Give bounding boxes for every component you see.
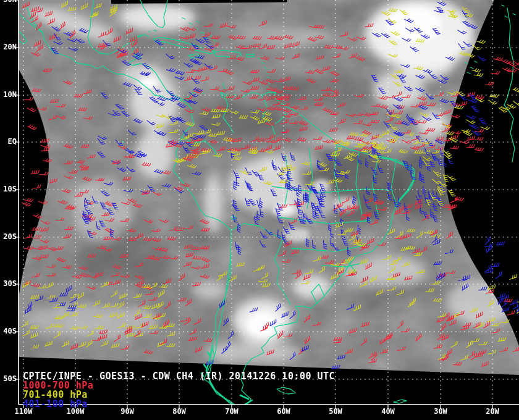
lon-label-40W: 40W: [376, 408, 400, 415]
satellite-wind-map: CPTEC/INPE - GOES13 - CDW CH4 (IR) 20141…: [0, 0, 519, 420]
lon-label-60W: 60W: [271, 408, 296, 415]
lon-label-30W: 30W: [428, 408, 453, 415]
lat-label-EQ: EQ: [0, 138, 17, 145]
lat-label-20N: 20N: [0, 43, 17, 51]
lon-label-110W: 110W: [11, 408, 36, 415]
lon-label-100W: 100W: [63, 408, 88, 415]
lat-label-10N: 10N: [0, 91, 17, 98]
lon-label-70W: 70W: [219, 408, 244, 415]
lon-label-20W: 20W: [480, 408, 505, 415]
lat-label-30N: 30N: [0, 0, 17, 3]
lat-label-10S: 10S: [0, 185, 17, 193]
map-canvas: [0, 0, 519, 420]
lat-label-50S: 50S: [0, 375, 17, 382]
lon-label-90W: 90W: [115, 408, 140, 415]
lon-label-50W: 50W: [323, 408, 348, 415]
lat-label-40S: 40S: [0, 327, 17, 335]
lat-label-30S: 30S: [0, 280, 17, 287]
lon-label-80W: 80W: [167, 408, 192, 415]
lat-label-20S: 20S: [0, 233, 17, 240]
